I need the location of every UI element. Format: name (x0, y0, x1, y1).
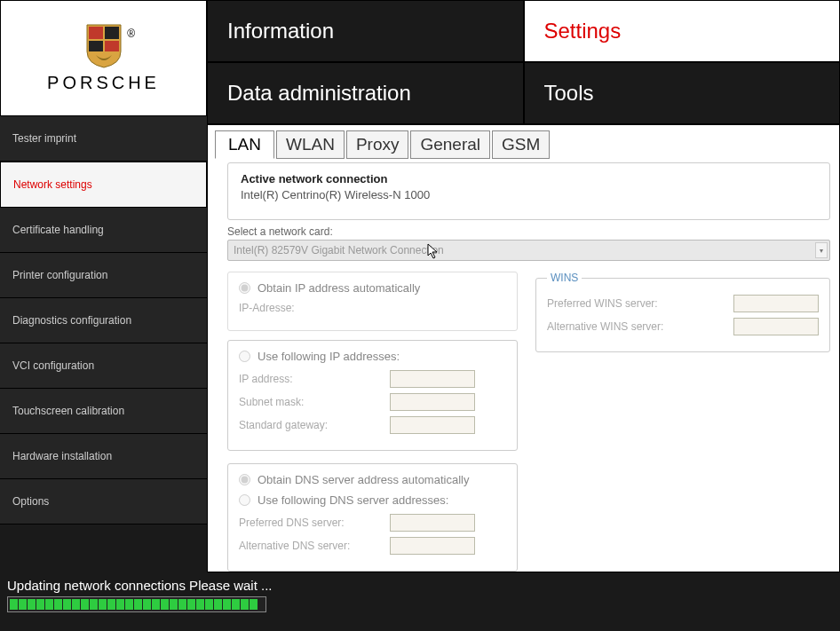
main-area: Information Settings Data administration… (207, 0, 840, 565)
wins-legend: WINS (547, 272, 582, 284)
tab-wlan[interactable]: WLAN (276, 130, 345, 159)
brand-name: PORSCHE (47, 73, 160, 93)
top-nav: Information Settings Data administration… (207, 0, 840, 124)
tab-gsm[interactable]: GSM (492, 130, 550, 159)
sidebar-item-diagnostics-configuration[interactable]: Diagnostics configuration (0, 298, 207, 343)
ip-manual-label: Use following IP addresses: (258, 350, 400, 363)
sidebar-item-options[interactable]: Options (0, 479, 207, 525)
wins-group: WINS Preferred WINS server: Alternative … (535, 272, 830, 352)
status-footer: Updating network connections Please wait… (0, 565, 840, 618)
tab-strip: LAN WLAN Proxy General GSM (215, 130, 832, 159)
status-text: Updating network connections Please wait… (7, 578, 833, 593)
sidebar-item-vci-configuration[interactable]: VCI configuration (0, 343, 207, 389)
svg-rect-0 (89, 27, 103, 39)
dns-auto-label: Obtain DNS server address automatically (258, 473, 469, 486)
ip-manual-radio[interactable] (239, 351, 250, 362)
sidebar-item-tester-imprint[interactable]: Tester imprint (0, 116, 207, 162)
gateway-label: Standard gateway: (239, 419, 390, 431)
subnet-label: Subnet mask: (239, 396, 390, 408)
ip-auto-group: Obtain IP address automatically IP-Adres… (227, 272, 518, 331)
chevron-down-icon: ▾ (815, 242, 828, 258)
dns-manual-label: Use following DNS server addresses: (258, 493, 448, 507)
topnav-information[interactable]: Information (207, 0, 524, 62)
wins-alternative-label: Alternative WINS server: (547, 320, 733, 333)
content-panel: LAN WLAN Proxy General GSM Active networ… (207, 124, 840, 572)
svg-rect-1 (105, 27, 119, 39)
topnav-settings[interactable]: Settings (524, 0, 841, 62)
ip-manual-group: Use following IP addresses: IP address: … (227, 340, 518, 451)
active-connection-panel: Active network connection Intel(R) Centr… (227, 162, 830, 220)
network-card-select[interactable]: Intel(R) 82579V Gigabit Network Connecti… (227, 240, 830, 261)
tab-lan[interactable]: LAN (215, 130, 274, 159)
brand-logo-area: ® PORSCHE (0, 0, 207, 116)
dns-preferred-label: Preferred DNS server: (239, 517, 390, 529)
svg-rect-3 (105, 41, 119, 51)
dns-group: Obtain DNS server address automatically … (227, 463, 518, 572)
dns-alternative-label: Alternative DNS server: (239, 540, 390, 552)
sidebar-item-printer-configuration[interactable]: Printer configuration (0, 253, 207, 298)
network-card-selected: Intel(R) 82579V Gigabit Network Connecti… (234, 244, 444, 256)
ip-auto-label: Obtain IP address automatically (258, 281, 420, 295)
dns-auto-radio[interactable] (239, 474, 250, 485)
ip-address-label: IP address: (239, 373, 390, 385)
dns-manual-radio[interactable] (239, 494, 250, 506)
subnet-input[interactable] (390, 393, 475, 411)
sidebar: ® PORSCHE Tester imprint Network setting… (0, 0, 207, 565)
progress-bar (7, 596, 266, 612)
ip-adresse-label: IP-Adresse: (239, 302, 390, 314)
sidebar-item-hardware-installation[interactable]: Hardware installation (0, 434, 207, 479)
ip-address-input[interactable] (390, 370, 475, 388)
porsche-shield-icon (83, 23, 124, 69)
wins-alternative-input[interactable] (733, 318, 819, 335)
dns-alternative-input[interactable] (390, 537, 475, 555)
topnav-data-administration[interactable]: Data administration (207, 62, 524, 124)
wins-preferred-label: Preferred WINS server: (547, 297, 733, 310)
wins-preferred-input[interactable] (733, 295, 819, 312)
registered-icon: ® (127, 28, 135, 40)
topnav-tools[interactable]: Tools (524, 62, 841, 124)
sidebar-item-certificate-handling[interactable]: Certificate handling (0, 208, 207, 253)
sidebar-item-touchscreen-calibration[interactable]: Touchscreen calibration (0, 389, 207, 434)
gateway-input[interactable] (390, 416, 475, 434)
tab-general[interactable]: General (410, 130, 490, 159)
network-card-label: Select a network card: (227, 225, 830, 238)
tab-proxy[interactable]: Proxy (346, 130, 409, 159)
active-connection-value: Intel(R) Centrino(R) Wireless-N 1000 (241, 188, 817, 201)
ip-auto-radio[interactable] (239, 282, 250, 294)
active-connection-title: Active network connection (241, 172, 817, 185)
dns-preferred-input[interactable] (390, 514, 475, 532)
svg-rect-2 (89, 41, 103, 51)
sidebar-item-network-settings[interactable]: Network settings (0, 162, 207, 208)
